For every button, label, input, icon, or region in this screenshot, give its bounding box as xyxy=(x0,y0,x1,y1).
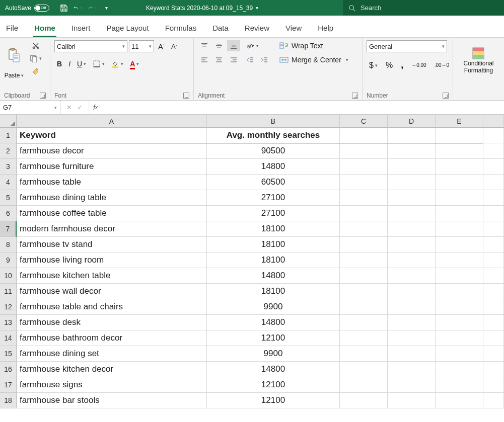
cell-C1[interactable] xyxy=(340,128,388,143)
cell-B11[interactable]: 18100 xyxy=(207,284,340,299)
column-header-f[interactable] xyxy=(483,115,504,128)
save-icon[interactable] xyxy=(59,4,68,13)
dialog-launcher-icon[interactable] xyxy=(40,93,46,99)
cell-A3[interactable]: farmhouse furniture xyxy=(17,159,207,175)
cell-C7[interactable] xyxy=(340,221,388,237)
conditional-formatting-button[interactable]: Conditional Formatting xyxy=(461,40,496,80)
cell-D12[interactable] xyxy=(388,299,436,315)
column-header-E[interactable]: E xyxy=(436,115,483,128)
cell-C2[interactable] xyxy=(340,143,388,159)
row-header[interactable]: 5 xyxy=(0,190,17,206)
fx-icon[interactable]: fx xyxy=(89,101,102,114)
row-header[interactable]: 2 xyxy=(0,143,17,159)
cell-A18[interactable]: farmhouse bar stools xyxy=(17,393,207,408)
paste-dropdown[interactable]: Paste xyxy=(2,70,27,80)
cell-D5[interactable] xyxy=(388,190,436,206)
cell[interactable] xyxy=(483,143,504,159)
cell-B1[interactable]: Avg. monthly searches xyxy=(207,128,340,143)
cell[interactable] xyxy=(483,128,504,143)
row-header[interactable]: 15 xyxy=(0,346,17,362)
cell-E8[interactable] xyxy=(436,237,483,252)
cell-A17[interactable]: farmhouse signs xyxy=(17,377,207,393)
cell-C3[interactable] xyxy=(340,159,388,175)
cell[interactable] xyxy=(483,330,504,346)
cell[interactable] xyxy=(483,284,504,299)
cell[interactable] xyxy=(483,346,504,362)
autosave-toggle[interactable]: AutoSave Off xyxy=(0,5,54,12)
cell-D14[interactable] xyxy=(388,330,436,346)
row-header[interactable]: 10 xyxy=(0,268,17,284)
bold-button[interactable]: B xyxy=(54,58,64,69)
comma-format-button[interactable]: , xyxy=(398,58,406,72)
align-left-button[interactable] xyxy=(198,54,211,65)
cell-B6[interactable]: 27100 xyxy=(207,206,340,221)
cell-A15[interactable]: farmhouse dining set xyxy=(17,346,207,362)
row-header[interactable]: 18 xyxy=(0,393,17,408)
row-header[interactable]: 11 xyxy=(0,284,17,299)
cell-B16[interactable]: 14800 xyxy=(207,362,340,377)
cell[interactable] xyxy=(483,315,504,330)
cell-E9[interactable] xyxy=(436,252,483,268)
cell-A12[interactable]: farmhouse table and chairs xyxy=(17,299,207,315)
orientation-button[interactable]: ab xyxy=(243,40,261,51)
cell-E2[interactable] xyxy=(436,143,483,159)
row-header[interactable]: 1 xyxy=(0,128,17,143)
cell[interactable] xyxy=(483,221,504,237)
row-header[interactable]: 4 xyxy=(0,175,17,190)
row-header[interactable]: 9 xyxy=(0,252,17,268)
cell-B4[interactable]: 60500 xyxy=(207,175,340,190)
cell-D8[interactable] xyxy=(388,237,436,252)
cell-B18[interactable]: 12100 xyxy=(207,393,340,408)
file-name[interactable]: Keyword Stats 2020-06-10 at 09_15_39 ▾ xyxy=(146,5,258,12)
cell[interactable] xyxy=(483,362,504,377)
cell-C17[interactable] xyxy=(340,377,388,393)
fill-color-button[interactable] xyxy=(109,58,126,69)
align-bottom-button[interactable] xyxy=(227,40,240,51)
undo-button[interactable] xyxy=(74,4,83,13)
align-right-button[interactable] xyxy=(227,54,240,65)
search-box[interactable] xyxy=(343,0,504,16)
cell-D18[interactable] xyxy=(388,393,436,408)
cut-button[interactable] xyxy=(27,40,44,51)
cell-A9[interactable]: farmhouse living room xyxy=(17,252,207,268)
row-header[interactable]: 12 xyxy=(0,299,17,315)
paste-button[interactable] xyxy=(5,40,23,70)
cell-D9[interactable] xyxy=(388,252,436,268)
cell-B14[interactable]: 12100 xyxy=(207,330,340,346)
cell-A6[interactable]: farmhouse coffee table xyxy=(17,206,207,221)
cell[interactable] xyxy=(483,190,504,206)
cell-E3[interactable] xyxy=(436,159,483,175)
column-header-A[interactable]: A xyxy=(17,115,207,128)
cell-E10[interactable] xyxy=(436,268,483,284)
cell-A1[interactable]: Keyword xyxy=(17,128,207,143)
cell-E16[interactable] xyxy=(436,362,483,377)
cell-C15[interactable] xyxy=(340,346,388,362)
cell-B9[interactable]: 18100 xyxy=(207,252,340,268)
font-name-select[interactable]: Calibri▾ xyxy=(54,40,127,52)
dialog-launcher-icon[interactable] xyxy=(183,93,189,99)
cell[interactable] xyxy=(483,206,504,221)
tab-insert[interactable]: Insert xyxy=(70,20,92,37)
font-color-button[interactable]: A xyxy=(127,58,141,69)
cell-E18[interactable] xyxy=(436,393,483,408)
cell-C11[interactable] xyxy=(340,284,388,299)
column-header-D[interactable]: D xyxy=(388,115,436,128)
column-header-C[interactable]: C xyxy=(340,115,388,128)
cell[interactable] xyxy=(483,393,504,408)
align-center-button[interactable] xyxy=(212,54,226,65)
tab-review[interactable]: Review xyxy=(244,20,270,37)
cell-D11[interactable] xyxy=(388,284,436,299)
cell-C6[interactable] xyxy=(340,206,388,221)
cell-C13[interactable] xyxy=(340,315,388,330)
cell-A4[interactable]: farmhouse table xyxy=(17,175,207,190)
cell[interactable] xyxy=(483,268,504,284)
row-header[interactable]: 16 xyxy=(0,362,17,377)
cell-A13[interactable]: farmhouse desk xyxy=(17,315,207,330)
tab-view[interactable]: View xyxy=(284,20,303,37)
cell-D2[interactable] xyxy=(388,143,436,159)
cell-E12[interactable] xyxy=(436,299,483,315)
cell[interactable] xyxy=(483,252,504,268)
cell-C8[interactable] xyxy=(340,237,388,252)
tab-home[interactable]: Home xyxy=(33,20,56,37)
row-header[interactable]: 17 xyxy=(0,377,17,393)
